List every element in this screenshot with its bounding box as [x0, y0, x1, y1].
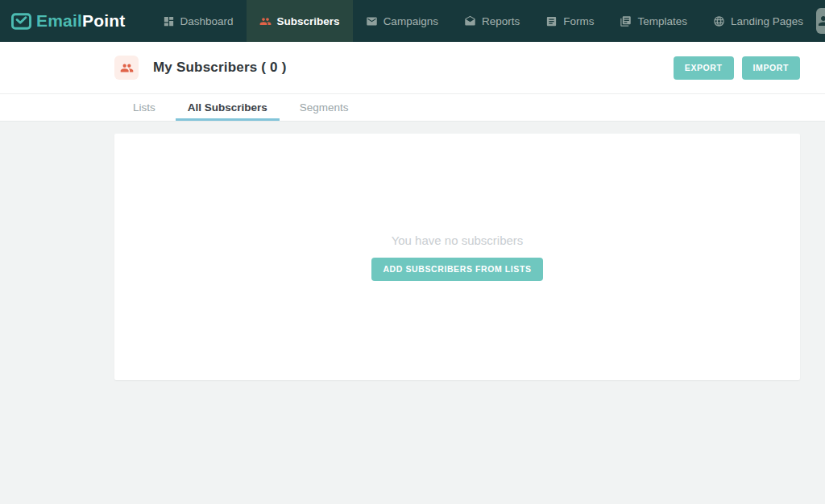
templates-icon — [620, 15, 632, 27]
nav-item-subscribers[interactable]: Subscribers — [247, 0, 353, 42]
nav-item-label: Landing Pages — [731, 15, 803, 27]
user-avatar-button[interactable] — [816, 8, 825, 34]
people-icon — [259, 15, 272, 27]
nav-item-campaigns[interactable]: Campaigns — [353, 0, 451, 42]
top-navbar: EmailPoint DashboardSubscribersCampaigns… — [0, 0, 825, 42]
main-nav: DashboardSubscribersCampaignsReportsForm… — [150, 0, 817, 42]
open-envelope-icon — [464, 15, 476, 27]
page-header: My Subscribers ( 0 ) EXPORTIMPORT — [0, 42, 825, 93]
dashboard-icon — [163, 15, 175, 27]
nav-item-reports[interactable]: Reports — [451, 0, 533, 42]
nav-item-forms[interactable]: Forms — [533, 0, 607, 42]
add-subscribers-from-lists-button[interactable]: ADD SUBSCRIBERS FROM LISTS — [371, 258, 542, 281]
page-title: My Subscribers ( 0 ) — [153, 60, 287, 76]
people-icon — [120, 61, 134, 75]
tab-all-subscribers[interactable]: All Subscribers — [176, 94, 280, 121]
header-actions: EXPORTIMPORT — [674, 56, 800, 80]
import-button[interactable]: IMPORT — [742, 56, 800, 80]
nav-item-label: Subscribers — [277, 15, 340, 27]
envelope-icon — [366, 15, 378, 27]
nav-item-label: Reports — [482, 15, 520, 27]
mail-check-icon — [10, 10, 32, 32]
tab-segments[interactable]: Segments — [288, 94, 361, 121]
subscribers-empty-card: You have no subscribers ADD SUBSCRIBERS … — [114, 134, 800, 380]
nav-item-label: Dashboard — [180, 15, 234, 27]
subscribers-tabbar: ListsAll SubscribersSegments — [0, 93, 825, 122]
person-icon — [816, 14, 825, 28]
nav-item-landing-pages[interactable]: Landing Pages — [700, 0, 816, 42]
app-logo-text: EmailPoint — [36, 11, 126, 31]
document-icon — [545, 15, 558, 27]
nav-item-label: Templates — [637, 15, 687, 27]
empty-state-message: You have no subscribers — [392, 233, 524, 247]
nav-item-templates[interactable]: Templates — [607, 0, 700, 42]
nav-item-label: Forms — [563, 15, 594, 27]
subscribers-icon-badge — [114, 56, 139, 80]
content-area: You have no subscribers ADD SUBSCRIBERS … — [0, 122, 825, 380]
nav-item-label: Campaigns — [383, 15, 438, 27]
app-logo[interactable]: EmailPoint — [0, 0, 126, 42]
tab-lists[interactable]: Lists — [121, 94, 168, 121]
globe-icon — [713, 15, 725, 27]
export-button[interactable]: EXPORT — [674, 56, 734, 80]
nav-item-dashboard[interactable]: Dashboard — [150, 0, 247, 42]
